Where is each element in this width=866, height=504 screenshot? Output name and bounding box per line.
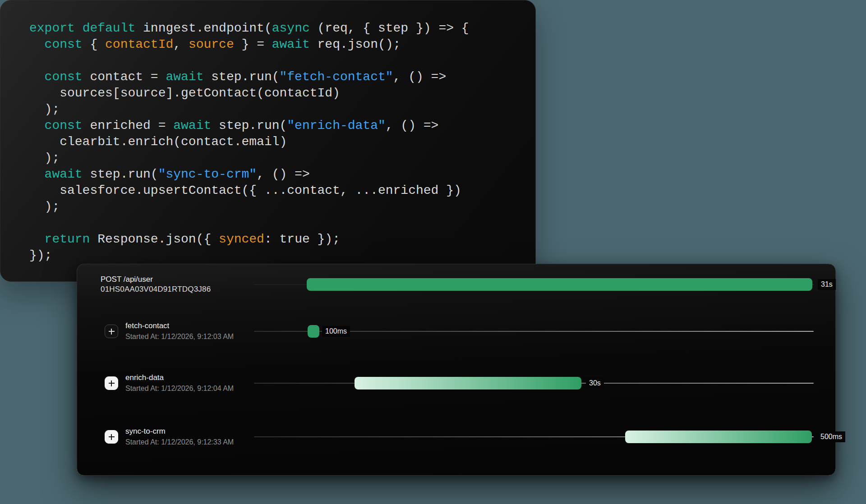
code-line: sources[source].getContact(contactId) [29, 85, 535, 101]
step-duration-label: 30s [586, 378, 604, 389]
code-line: }); [29, 247, 535, 264]
plus-icon [109, 329, 115, 334]
code-line: ); [29, 150, 535, 166]
code-line: const enriched = await step.run("enrich-… [29, 118, 535, 134]
step-span-bar[interactable] [355, 377, 581, 389]
expand-step-button[interactable] [105, 430, 118, 444]
step-started-at: Started At: 1/12/2026, 9:12:33 AM [125, 437, 234, 447]
step-span-bar[interactable] [625, 431, 812, 443]
step-span-bar[interactable] [308, 325, 319, 338]
request-meta: POST /api/user 01HS0AA03V04D91RTDQ3J86 [101, 275, 211, 294]
code-line: await step.run("sync-to-crm", () => [29, 166, 535, 183]
plus-icon [109, 380, 115, 386]
step-meta: fetch-contact Started At: 1/12/2026, 9:1… [125, 321, 234, 342]
step-started-at: Started At: 1/12/2026, 9:12:03 AM [125, 332, 234, 342]
expand-step-button[interactable] [105, 376, 118, 390]
step-duration-label: 100ms [322, 326, 350, 337]
page: export default inngest.endpoint(async (r… [0, 0, 866, 504]
code-block: export default inngest.endpoint(async (r… [0, 0, 535, 264]
code-line: salesforce.upsertContact({ ...contact, .… [29, 183, 535, 199]
code-line: return Response.json({ synced: true }); [29, 231, 535, 247]
code-editor-panel: export default inngest.endpoint(async (r… [0, 0, 536, 282]
trace-root-row: 31s POST /api/user 01HS0AA03V04D91RTDQ3J… [77, 266, 835, 302]
root-span-bar[interactable] [307, 278, 812, 291]
code-line: ); [29, 101, 535, 118]
code-line: const { contactId, source } = await req.… [29, 37, 535, 53]
step-meta: enrich-data Started At: 1/12/2026, 9:12:… [125, 373, 234, 394]
trace-step-row: enrich-data Started At: 1/12/2026, 9:12:… [77, 365, 835, 401]
code-line: ); [29, 199, 535, 215]
step-name: enrich-data [125, 373, 234, 383]
plus-icon [109, 434, 115, 440]
run-id: 01HS0AA03V04D91RTDQ3J86 [101, 284, 211, 294]
request-method-path: POST /api/user [101, 275, 211, 284]
code-line: const contact = await step.run("fetch-co… [29, 69, 535, 85]
code-line: export default inngest.endpoint(async (r… [29, 20, 535, 37]
step-name: fetch-contact [125, 321, 234, 331]
step-meta: sync-to-crm Started At: 1/12/2026, 9:12:… [125, 426, 234, 447]
expand-step-button[interactable] [105, 325, 118, 338]
step-duration-label: 500ms [817, 431, 845, 442]
trace-step-row: sync-to-crm Started At: 1/12/2026, 9:12:… [77, 419, 835, 455]
trace-timeline-panel: 31s POST /api/user 01HS0AA03V04D91RTDQ3J… [77, 264, 836, 476]
step-name: sync-to-crm [125, 426, 234, 436]
step-started-at: Started At: 1/12/2026, 9:12:04 AM [125, 384, 234, 394]
trace-step-row: fetch-contact Started At: 1/12/2026, 9:1… [77, 313, 835, 349]
code-line: clearbit.enrich(contact.email) [29, 134, 535, 150]
root-duration-label: 31s [818, 279, 836, 290]
code-line [29, 215, 535, 231]
code-line [29, 53, 535, 69]
